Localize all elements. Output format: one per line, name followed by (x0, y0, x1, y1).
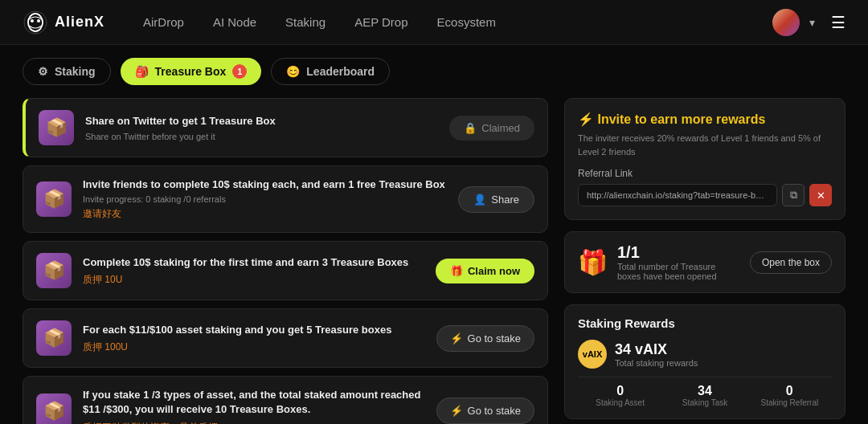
nav-right: ▾ ☰ (772, 9, 845, 36)
task-action-invite: 👤 Share (458, 186, 534, 213)
task-info-invite: Invite friends to complete 10$ staking e… (83, 177, 447, 221)
tab-treasurebox-label: Treasure Box (155, 65, 227, 78)
right-panel: ⚡ Invite to earn more rewards The invite… (564, 98, 845, 424)
referral-label: Referral Link (578, 168, 832, 179)
leaderboard-icon: 😊 (286, 65, 300, 78)
referral-row: http://alienxchain.io/staking?tab=treasu… (578, 184, 832, 206)
task-card-twitter: 📦 Share on Twitter to get 1 Treasure Box… (23, 98, 548, 157)
task-list: 📦 Share on Twitter to get 1 Treasure Box… (23, 98, 548, 424)
task-action-twitter: 🔒 Claimed (449, 116, 534, 141)
tab-staking-label: Staking (55, 65, 96, 78)
staking-rewards-card: Staking Rewards vAIX 34 vAIX Total staki… (564, 304, 845, 419)
invite-card: ⚡ Invite to earn more rewards The invite… (564, 98, 845, 220)
task-sub2-multi-stake: 质押三种类型的资产，且总质押... (83, 421, 425, 424)
vaix-desc: Total staking rewards (615, 358, 832, 368)
task-icon-multi-stake: 📦 (36, 393, 72, 424)
claim-now-label: Claim now (468, 265, 520, 277)
task-card-per100: 📦 For each $11/$100 asset staking and yo… (23, 308, 548, 368)
stat-staking-referral: 0 Staking Referral (747, 384, 832, 407)
nav-aepdrop[interactable]: AEP Drop (354, 15, 407, 29)
invite-title-text: Invite to earn more rewards (597, 112, 765, 126)
task-action-per100: ⚡ Go to stake (436, 325, 534, 352)
logo-text: AlienX (55, 14, 104, 31)
go-to-stake-button-1[interactable]: ⚡ Go to stake (436, 325, 534, 352)
task-action-first-stake: 🎁 Claim now (436, 259, 534, 283)
task-title-per100: For each $11/$100 asset staking and you … (83, 323, 425, 337)
claimed-label: Claimed (481, 122, 520, 134)
task-sub-twitter: Share on Twitter before you get it (85, 132, 438, 141)
task-info-per100: For each $11/$100 asset staking and you … (83, 323, 425, 354)
task-sub2-invite: 邀请好友 (83, 207, 447, 221)
stake-icon-1: ⚡ (450, 332, 463, 344)
lightning-icon: ⚡ (578, 112, 594, 126)
go-to-stake-button-2[interactable]: ⚡ Go to stake (436, 398, 534, 424)
task-card-first-stake: 📦 Complete 10$ staking for the first tim… (23, 241, 548, 300)
nav-ecosystem[interactable]: Ecosystem (437, 15, 496, 29)
stake-icon-2: ⚡ (450, 405, 463, 417)
hamburger-menu-icon[interactable]: ☰ (831, 13, 845, 32)
stat-label-referral: Staking Referral (747, 398, 832, 407)
invite-desc: The inviter receives 20% rewards of Leve… (578, 132, 832, 158)
nav-links: AirDrop AI Node Staking AEP Drop Ecosyst… (143, 15, 772, 29)
stat-value-referral: 0 (747, 384, 832, 398)
task-info-multi-stake: If you stake 1 /3 types of asset, and th… (83, 388, 425, 424)
task-icon-twitter: 📦 (39, 110, 74, 145)
tabs-bar: ⚙ Staking 🎒 Treasure Box 1 😊 Leaderboard (0, 45, 868, 98)
invite-title: ⚡ Invite to earn more rewards (578, 112, 832, 127)
share-icon: 👤 (473, 194, 486, 206)
treasurebox-icon: 🎒 (135, 65, 149, 78)
stat-label-asset: Staking Asset (578, 398, 662, 407)
stat-staking-task: 34 Staking Task (662, 384, 747, 407)
stat-label-task: Staking Task (662, 398, 747, 407)
go-stake-label-2: Go to stake (468, 405, 521, 417)
claim-icon: 🎁 (450, 265, 463, 277)
tab-staking[interactable]: ⚙ Staking (23, 58, 111, 85)
vaix-row: vAIX 34 vAIX Total staking rewards (578, 340, 832, 369)
nav-airdrop[interactable]: AirDrop (143, 15, 184, 29)
nav-staking[interactable]: Staking (285, 15, 326, 29)
box-count-card: 🎁 1/1 Total number of Treasure boxes hav… (564, 231, 845, 293)
vaix-info: 34 vAIX Total staking rewards (615, 341, 832, 368)
share-button[interactable]: 👤 Share (458, 186, 534, 213)
nav-ainode[interactable]: AI Node (213, 15, 256, 29)
claimed-button[interactable]: 🔒 Claimed (449, 116, 534, 141)
tab-treasure-box[interactable]: 🎒 Treasure Box 1 (121, 58, 262, 85)
logo: AlienX (23, 10, 104, 35)
tab-badge: 1 (232, 64, 247, 79)
tab-leaderboard-label: Leaderboard (306, 65, 375, 78)
tab-leaderboard[interactable]: 😊 Leaderboard (271, 58, 390, 85)
task-card-invite: 📦 Invite friends to complete 10$ staking… (23, 165, 548, 233)
task-sub2-first-stake: 质押 10U (83, 273, 424, 287)
task-info-twitter: Share on Twitter to get 1 Treasure Box S… (85, 114, 438, 141)
navbar: AlienX AirDrop AI Node Staking AEP Drop … (0, 0, 868, 45)
task-sub2-per100: 质押 100U (83, 340, 425, 354)
open-box-button[interactable]: Open the box (750, 251, 832, 274)
stat-value-asset: 0 (578, 384, 662, 398)
task-icon-per100: 📦 (36, 320, 72, 356)
copy-button[interactable]: ⧉ (782, 184, 805, 206)
referral-url: http://alienxchain.io/staking?tab=treasu… (578, 184, 777, 206)
close-button[interactable]: ✕ (809, 184, 832, 206)
task-icon-invite: 📦 (36, 181, 72, 217)
staking-rewards-title: Staking Rewards (578, 316, 832, 330)
gift-icon: 🎁 (578, 248, 608, 276)
staking-icon: ⚙ (38, 65, 48, 78)
vaix-coin-icon: vAIX (578, 340, 607, 369)
avatar[interactable] (772, 9, 800, 36)
task-info-first-stake: Complete 10$ staking for the first time … (83, 255, 424, 287)
vaix-amount: 34 vAIX (615, 341, 832, 358)
stat-staking-asset: 0 Staking Asset (578, 384, 662, 407)
chevron-down-icon[interactable]: ▾ (809, 16, 815, 29)
box-count-info: 1/1 Total number of Treasure boxes have … (617, 243, 740, 281)
go-stake-label-1: Go to stake (468, 332, 521, 344)
claimed-icon: 🔒 (464, 122, 477, 134)
task-title-first-stake: Complete 10$ staking for the first time … (83, 255, 424, 270)
claim-now-button[interactable]: 🎁 Claim now (436, 259, 534, 283)
task-icon-first-stake: 📦 (36, 253, 72, 288)
svg-point-3 (31, 19, 34, 22)
svg-point-4 (37, 19, 40, 22)
task-title-twitter: Share on Twitter to get 1 Treasure Box (85, 114, 438, 128)
svg-point-0 (24, 11, 47, 34)
main-layout: 📦 Share on Twitter to get 1 Treasure Box… (0, 98, 868, 424)
box-count-desc: Total number of Treasure boxes have been… (617, 262, 740, 281)
